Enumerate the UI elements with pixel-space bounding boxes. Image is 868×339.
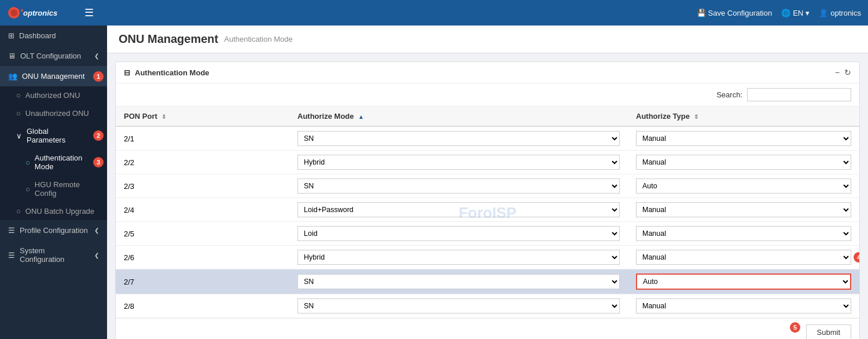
search-bar: Search: xyxy=(116,83,859,107)
pon-port-cell: 2/8 xyxy=(116,294,289,318)
svg-point-1 xyxy=(10,9,17,16)
authorize-type-cell[interactable]: ManualAuto xyxy=(628,222,859,246)
global-params-label: Global Parameters xyxy=(27,127,87,144)
sidebar-item-onu-batch-upgrade[interactable]: ○ ONU Batch Upgrade xyxy=(0,202,107,220)
authorize-type-select[interactable]: ManualAuto xyxy=(636,250,851,265)
authorize-mode-select[interactable]: SNHybridLoid+PasswordLoidPasswordSN+Pass… xyxy=(297,202,620,217)
authorize-type-cell[interactable]: ManualAuto xyxy=(628,269,859,294)
table-row: 2/8SNHybridLoid+PasswordLoidPasswordSN+P… xyxy=(116,294,859,318)
minimize-icon[interactable]: − xyxy=(835,68,840,77)
hamburger-icon[interactable]: ☰ xyxy=(84,6,94,19)
authorize-mode-sort-icon: ▲ xyxy=(358,114,364,120)
pon-port-cell: 2/4 xyxy=(116,198,289,222)
authorize-type-cell[interactable]: ManualAuto xyxy=(628,126,859,151)
authorize-type-select[interactable]: ManualAuto xyxy=(636,155,851,170)
circle-icon-batch: ○ xyxy=(16,207,21,216)
sidebar-item-dashboard-label: Dashboard xyxy=(19,31,56,40)
authorize-mode-select[interactable]: SNHybridLoid+PasswordLoidPasswordSN+Pass… xyxy=(297,226,620,241)
authorize-type-cell[interactable]: ManualAuto xyxy=(628,174,859,198)
save-configuration-button[interactable]: 💾 Save Configuration xyxy=(697,9,773,17)
authorize-mode-cell[interactable]: SNHybridLoid+PasswordLoidPasswordSN+Pass… xyxy=(289,294,628,318)
authorize-type-select[interactable]: ManualAuto xyxy=(636,131,851,146)
sidebar-item-system-configuration[interactable]: ☰ System Configuration ❮ xyxy=(0,240,107,269)
authorize-mode-cell[interactable]: SNHybridLoid+PasswordLoidPasswordSN+Pass… xyxy=(289,174,628,198)
th-authorize-type[interactable]: Authorize Type ⇕ xyxy=(628,107,859,126)
search-input[interactable] xyxy=(747,88,851,101)
authorize-type-cell[interactable]: ManualAuto xyxy=(628,294,859,318)
page-header: ONU Management Authentication Mode xyxy=(107,25,868,53)
sidebar-item-authorized-onu[interactable]: ○ Authorized ONU xyxy=(0,86,107,104)
pon-port-cell: 2/1 xyxy=(116,126,289,151)
authorize-mode-cell[interactable]: SNHybridLoid+PasswordLoidPasswordSN+Pass… xyxy=(289,151,628,174)
search-label: Search: xyxy=(716,90,742,99)
pon-port-cell: 2/3 xyxy=(116,174,289,198)
authorize-type-select[interactable]: ManualAuto xyxy=(636,298,851,314)
table-wrapper: ForoISP PON Port ⇕ Authorize Mode ▲ xyxy=(116,107,859,318)
authorize-mode-cell[interactable]: SNHybridLoid+PasswordLoidPasswordSN+Pass… xyxy=(289,222,628,246)
onu-management-icon: 👥 xyxy=(8,72,17,81)
authorize-mode-cell[interactable]: SNHybridLoid+PasswordLoidPasswordSN+Pass… xyxy=(289,126,628,151)
sidebar-item-profile-configuration[interactable]: ☰ Profile Configuration ❮ xyxy=(0,220,107,240)
authorize-mode-select[interactable]: SNHybridLoid+PasswordLoidPasswordSN+Pass… xyxy=(297,178,620,194)
circle-icon-unauth: ○ xyxy=(16,109,21,118)
authorize-mode-cell[interactable]: SNHybridLoid+PasswordLoidPasswordSN+Pass… xyxy=(289,198,628,222)
user-menu[interactable]: 👤 optronics xyxy=(819,9,861,17)
language-selector[interactable]: 🌐 EN ▾ xyxy=(781,9,810,17)
sidebar-item-dashboard[interactable]: ⊞ Dashboard xyxy=(0,25,107,46)
authorize-mode-select[interactable]: SNHybridLoid+PasswordLoidPasswordSN+Pass… xyxy=(297,274,620,289)
chevron-down-icon: ∨ xyxy=(16,132,22,140)
sidebar-item-hgu-remote-config[interactable]: ○ HGU Remote Config xyxy=(0,176,107,202)
global-params-badge: 2 xyxy=(93,130,104,141)
sidebar-item-olt-config[interactable]: 🖥 OLT Configuration ❮ xyxy=(0,46,107,66)
th-pon-port[interactable]: PON Port ⇕ xyxy=(116,107,289,126)
authorize-type-cell[interactable]: ManualAuto xyxy=(628,198,859,222)
authorize-mode-select[interactable]: SNHybridLoid+PasswordLoidPasswordSN+Pass… xyxy=(297,131,620,146)
table-row: 2/7SNHybridLoid+PasswordLoidPasswordSN+P… xyxy=(116,269,859,294)
table-header: PON Port ⇕ Authorize Mode ▲ Authorize Ty… xyxy=(116,107,859,126)
refresh-icon[interactable]: ↻ xyxy=(844,68,851,77)
hgu-remote-config-label: HGU Remote Config xyxy=(35,180,99,198)
authorize-mode-select[interactable]: SNHybridLoid+PasswordLoidPasswordSN+Pass… xyxy=(297,155,620,170)
lang-arrow-icon: ▾ xyxy=(806,9,810,17)
user-icon: 👤 xyxy=(819,9,828,17)
profile-icon: ☰ xyxy=(8,226,15,235)
sidebar-item-authentication-mode[interactable]: ○ Authentication Mode 3 xyxy=(0,149,107,176)
table-row: 2/1SNHybridLoid+PasswordLoidPasswordSN+P… xyxy=(116,126,859,151)
card-actions: − ↻ xyxy=(835,68,851,77)
main-layout: ⊞ Dashboard 🖥 OLT Configuration ❮ 👥 ONU … xyxy=(0,25,868,339)
olt-config-arrow-icon: ❮ xyxy=(94,53,99,59)
page-title: ONU Management xyxy=(119,32,218,46)
authorize-mode-select[interactable]: SNHybridLoid+PasswordLoidPasswordSN+Pass… xyxy=(297,250,620,265)
authorize-type-select[interactable]: ManualAuto xyxy=(636,274,851,290)
sidebar-item-olt-label: OLT Configuration xyxy=(20,52,81,60)
main-card: ⊟ Authentication Mode − ↻ Search: ForoIS… xyxy=(115,61,860,339)
submit-button[interactable]: Submit xyxy=(806,325,851,339)
pon-port-cell: 2/7 xyxy=(116,269,289,294)
olt-config-icon: 🖥 xyxy=(8,52,16,60)
th-authorize-mode[interactable]: Authorize Mode ▲ xyxy=(289,107,628,126)
system-config-arrow-icon: ❮ xyxy=(94,252,99,258)
pon-port-cell: 2/6 xyxy=(116,246,289,269)
authentication-mode-label: Authentication Mode xyxy=(35,154,87,171)
pon-port-sort-icon: ⇕ xyxy=(161,114,166,120)
authorize-mode-cell[interactable]: SNHybridLoid+PasswordLoidPasswordSN+Pass… xyxy=(289,269,628,294)
authorize-type-select[interactable]: ManualAuto xyxy=(636,202,851,217)
sidebar-item-system-label: System Configuration xyxy=(20,246,90,264)
authorize-type-select[interactable]: ManualAuto xyxy=(636,226,851,241)
row-badge-4: 4 xyxy=(854,252,859,263)
authorize-mode-cell[interactable]: SNHybridLoid+PasswordLoidPasswordSN+Pass… xyxy=(289,246,628,269)
authorize-type-select[interactable]: ManualAuto xyxy=(636,178,851,194)
globe-label: EN xyxy=(793,9,803,17)
sidebar-item-onu-management[interactable]: 👥 ONU Management ❮ 1 xyxy=(0,66,107,86)
svg-text:optronics: optronics xyxy=(23,9,57,17)
pon-port-cell: 2/2 xyxy=(116,151,289,174)
table-row: 2/2SNHybridLoid+PasswordLoidPasswordSN+P… xyxy=(116,151,859,174)
table-row: 2/5SNHybridLoid+PasswordLoidPasswordSN+P… xyxy=(116,222,859,246)
authorize-type-cell[interactable]: ManualAuto4 xyxy=(628,246,859,269)
sidebar-item-unauthorized-onu[interactable]: ○ Unauthorized ONU xyxy=(0,104,107,122)
sidebar-item-global-params[interactable]: ∨ Global Parameters 2 xyxy=(0,122,107,149)
save-icon: 💾 xyxy=(697,9,706,17)
authorize-type-cell[interactable]: ManualAuto xyxy=(628,151,859,174)
auth-mode-badge: 3 xyxy=(93,157,104,167)
authorize-mode-select[interactable]: SNHybridLoid+PasswordLoidPasswordSN+Pass… xyxy=(297,298,620,314)
